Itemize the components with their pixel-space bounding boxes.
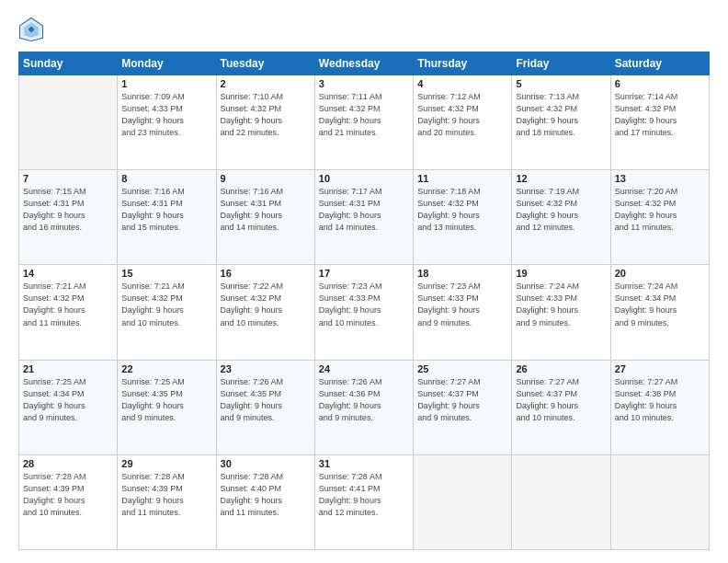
header-cell-saturday: Saturday [610,52,709,75]
day-info: Sunrise: 7:28 AM Sunset: 4:41 PM Dayligh… [319,471,409,519]
calendar-cell: 18Sunrise: 7:23 AM Sunset: 4:33 PM Dayli… [414,265,512,360]
calendar-cell: 22Sunrise: 7:25 AM Sunset: 4:35 PM Dayli… [118,360,216,454]
calendar-cell [610,454,709,549]
day-info: Sunrise: 7:25 AM Sunset: 4:34 PM Dayligh… [23,376,113,424]
day-number: 26 [516,363,606,374]
day-number: 20 [615,268,705,279]
calendar-cell: 8Sunrise: 7:16 AM Sunset: 4:31 PM Daylig… [118,170,216,265]
header-cell-wednesday: Wednesday [314,52,413,75]
day-info: Sunrise: 7:21 AM Sunset: 4:32 PM Dayligh… [121,281,211,328]
calendar-cell: 25Sunrise: 7:27 AM Sunset: 4:37 PM Dayli… [414,360,512,454]
calendar-week-3: 14Sunrise: 7:21 AM Sunset: 4:32 PM Dayli… [19,265,710,360]
calendar-cell [19,75,118,170]
calendar-cell: 11Sunrise: 7:18 AM Sunset: 4:32 PM Dayli… [414,170,512,265]
calendar-cell: 27Sunrise: 7:27 AM Sunset: 4:38 PM Dayli… [610,360,709,454]
day-info: Sunrise: 7:24 AM Sunset: 4:33 PM Dayligh… [516,281,606,328]
calendar-week-1: 1Sunrise: 7:09 AM Sunset: 4:33 PM Daylig… [19,75,710,170]
day-info: Sunrise: 7:10 AM Sunset: 4:32 PM Dayligh… [221,91,311,139]
day-info: Sunrise: 7:26 AM Sunset: 4:36 PM Dayligh… [319,376,409,424]
calendar-cell: 20Sunrise: 7:24 AM Sunset: 4:34 PM Dayli… [610,265,709,360]
day-number: 4 [417,78,507,89]
day-number: 8 [121,173,211,184]
day-info: Sunrise: 7:20 AM Sunset: 4:32 PM Dayligh… [615,186,705,234]
day-number: 2 [221,78,311,89]
day-number: 13 [615,173,705,184]
calendar-cell: 1Sunrise: 7:09 AM Sunset: 4:33 PM Daylig… [118,75,216,170]
calendar-cell: 7Sunrise: 7:15 AM Sunset: 4:31 PM Daylig… [19,170,118,265]
calendar-cell: 31Sunrise: 7:28 AM Sunset: 4:41 PM Dayli… [314,454,413,549]
calendar-cell: 4Sunrise: 7:12 AM Sunset: 4:32 PM Daylig… [414,75,512,170]
day-number: 9 [221,173,311,184]
header [18,17,710,42]
day-number: 17 [319,268,409,279]
day-info: Sunrise: 7:24 AM Sunset: 4:34 PM Dayligh… [615,281,705,328]
calendar-cell [414,454,512,549]
day-info: Sunrise: 7:27 AM Sunset: 4:37 PM Dayligh… [516,376,606,424]
day-number: 11 [417,173,507,184]
calendar-header-row: SundayMondayTuesdayWednesdayThursdayFrid… [19,52,710,75]
day-number: 16 [221,268,311,279]
day-number: 30 [221,458,311,469]
day-number: 10 [319,173,409,184]
logo [18,17,48,42]
day-info: Sunrise: 7:23 AM Sunset: 4:33 PM Dayligh… [417,281,507,328]
calendar-cell: 10Sunrise: 7:17 AM Sunset: 4:31 PM Dayli… [314,170,413,265]
calendar-cell: 19Sunrise: 7:24 AM Sunset: 4:33 PM Dayli… [512,265,610,360]
calendar-cell: 6Sunrise: 7:14 AM Sunset: 4:32 PM Daylig… [610,75,709,170]
day-number: 28 [23,458,113,469]
day-number: 12 [516,173,606,184]
calendar-cell [512,454,610,549]
calendar-cell: 28Sunrise: 7:28 AM Sunset: 4:39 PM Dayli… [19,454,118,549]
day-info: Sunrise: 7:26 AM Sunset: 4:35 PM Dayligh… [221,376,311,424]
day-info: Sunrise: 7:28 AM Sunset: 4:40 PM Dayligh… [221,471,311,519]
calendar-cell: 29Sunrise: 7:28 AM Sunset: 4:39 PM Dayli… [118,454,216,549]
calendar-week-5: 28Sunrise: 7:28 AM Sunset: 4:39 PM Dayli… [19,454,710,549]
day-number: 22 [121,363,211,374]
calendar-cell: 26Sunrise: 7:27 AM Sunset: 4:37 PM Dayli… [512,360,610,454]
calendar-cell: 17Sunrise: 7:23 AM Sunset: 4:33 PM Dayli… [314,265,413,360]
day-info: Sunrise: 7:28 AM Sunset: 4:39 PM Dayligh… [23,471,113,519]
day-number: 1 [121,78,211,89]
day-info: Sunrise: 7:22 AM Sunset: 4:32 PM Dayligh… [221,281,311,328]
header-cell-sunday: Sunday [19,52,118,75]
header-cell-monday: Monday [118,52,216,75]
day-info: Sunrise: 7:18 AM Sunset: 4:32 PM Dayligh… [417,186,507,234]
day-info: Sunrise: 7:13 AM Sunset: 4:32 PM Dayligh… [516,91,606,139]
day-number: 19 [516,268,606,279]
calendar-week-2: 7Sunrise: 7:15 AM Sunset: 4:31 PM Daylig… [19,170,710,265]
day-info: Sunrise: 7:11 AM Sunset: 4:32 PM Dayligh… [319,91,409,139]
calendar-cell: 23Sunrise: 7:26 AM Sunset: 4:35 PM Dayli… [216,360,314,454]
day-info: Sunrise: 7:16 AM Sunset: 4:31 PM Dayligh… [121,186,211,234]
page: SundayMondayTuesdayWednesdayThursdayFrid… [0,0,728,563]
calendar-cell: 5Sunrise: 7:13 AM Sunset: 4:32 PM Daylig… [512,75,610,170]
day-info: Sunrise: 7:25 AM Sunset: 4:35 PM Dayligh… [121,376,211,424]
calendar-cell: 15Sunrise: 7:21 AM Sunset: 4:32 PM Dayli… [118,265,216,360]
day-info: Sunrise: 7:27 AM Sunset: 4:37 PM Dayligh… [417,376,507,424]
calendar-cell: 2Sunrise: 7:10 AM Sunset: 4:32 PM Daylig… [216,75,314,170]
day-number: 15 [121,268,211,279]
day-info: Sunrise: 7:21 AM Sunset: 4:32 PM Dayligh… [23,281,113,328]
day-info: Sunrise: 7:27 AM Sunset: 4:38 PM Dayligh… [615,376,705,424]
day-number: 29 [121,458,211,469]
day-info: Sunrise: 7:19 AM Sunset: 4:32 PM Dayligh… [516,186,606,234]
calendar-table: SundayMondayTuesdayWednesdayThursdayFrid… [18,52,710,550]
calendar-cell: 21Sunrise: 7:25 AM Sunset: 4:34 PM Dayli… [19,360,118,454]
day-number: 21 [23,363,113,374]
day-number: 14 [23,268,113,279]
day-number: 18 [417,268,507,279]
calendar-cell: 24Sunrise: 7:26 AM Sunset: 4:36 PM Dayli… [314,360,413,454]
day-info: Sunrise: 7:16 AM Sunset: 4:31 PM Dayligh… [221,186,311,234]
day-info: Sunrise: 7:28 AM Sunset: 4:39 PM Dayligh… [121,471,211,519]
day-number: 27 [615,363,705,374]
day-info: Sunrise: 7:09 AM Sunset: 4:33 PM Dayligh… [121,91,211,139]
header-cell-thursday: Thursday [414,52,512,75]
day-info: Sunrise: 7:12 AM Sunset: 4:32 PM Dayligh… [417,91,507,139]
day-info: Sunrise: 7:23 AM Sunset: 4:33 PM Dayligh… [319,281,409,328]
header-cell-tuesday: Tuesday [216,52,314,75]
day-number: 25 [417,363,507,374]
logo-icon [18,17,44,42]
day-number: 3 [319,78,409,89]
day-info: Sunrise: 7:14 AM Sunset: 4:32 PM Dayligh… [615,91,705,139]
calendar-cell: 16Sunrise: 7:22 AM Sunset: 4:32 PM Dayli… [216,265,314,360]
calendar-week-4: 21Sunrise: 7:25 AM Sunset: 4:34 PM Dayli… [19,360,710,454]
